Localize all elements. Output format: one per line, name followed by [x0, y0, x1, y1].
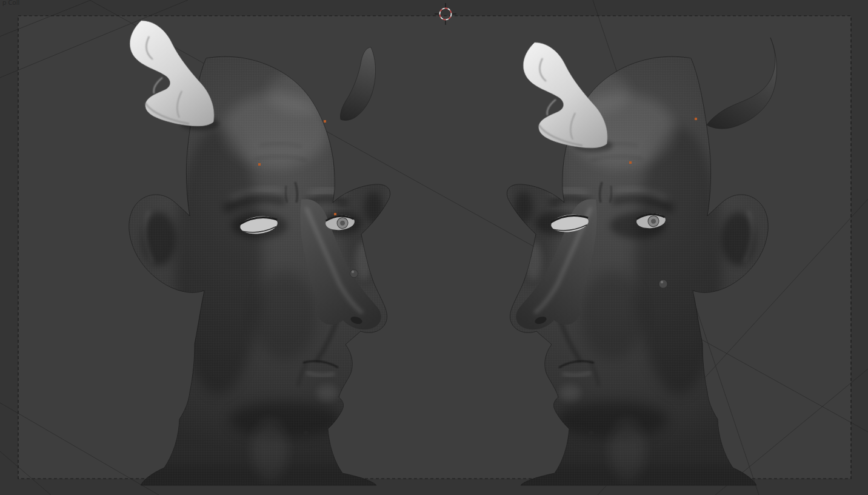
3d-viewport[interactable]: p Coll	[0, 0, 868, 495]
cheek-wart	[659, 280, 667, 288]
collection-label: p Coll	[2, 0, 19, 6]
viewport-canvas[interactable]: p Coll	[0, 0, 868, 495]
nose-wart	[350, 270, 358, 278]
